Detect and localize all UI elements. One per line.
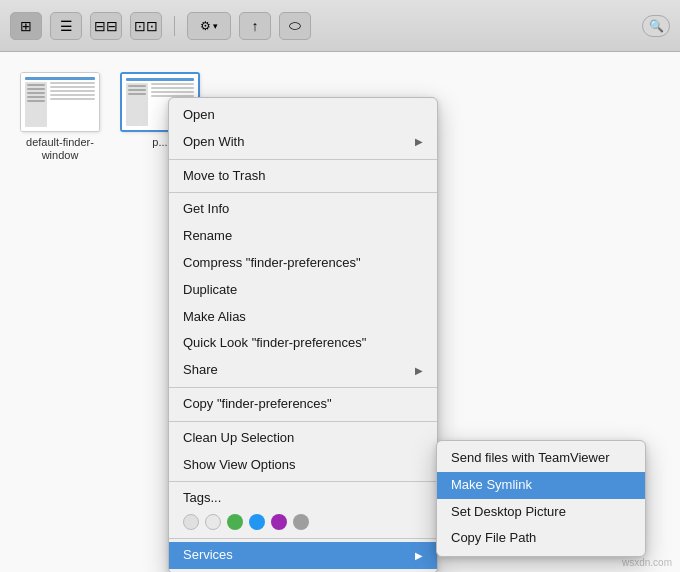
tag-dot-green[interactable] [227,514,243,530]
view-icon-columns[interactable]: ⊟⊟ [90,12,122,40]
separator-4 [169,421,437,422]
tags-section: Tags... [169,485,437,535]
menu-item-move-to-trash[interactable]: Move to Trash [169,163,437,190]
file-item-default-finder[interactable]: default-finder- window [20,72,100,162]
submenu-item-set-desktop[interactable]: Set Desktop Picture [437,499,645,526]
menu-item-services[interactable]: Services ▶ [169,542,437,569]
services-submenu: Send files with TeamViewer Make Symlink … [436,440,646,557]
menu-item-show-view-options[interactable]: Show View Options [169,452,437,479]
file-area: default-finder- window [0,52,680,572]
menu-item-open[interactable]: Open [169,102,437,129]
context-menu: Open Open With ▶ Move to Trash Get Info … [168,97,438,572]
tags-label[interactable]: Tags... [183,488,423,509]
menu-item-share[interactable]: Share ▶ [169,357,437,384]
toolbar-separator-1 [174,16,175,36]
view-icon-list[interactable]: ☰ [50,12,82,40]
submenu-item-send-teamviewer[interactable]: Send files with TeamViewer [437,445,645,472]
arrow-icon-share: ▶ [415,363,423,379]
toolbar: ⊞ ☰ ⊟⊟ ⊡⊡ ⚙ ▾ ↑ ⬭ 🔍 [0,0,680,52]
separator-2 [169,192,437,193]
file-label-2: p... [152,136,167,149]
finder-window: ⊞ ☰ ⊟⊟ ⊡⊡ ⚙ ▾ ↑ ⬭ 🔍 [0,0,680,572]
submenu-item-copy-file-path[interactable]: Copy File Path [437,525,645,552]
menu-item-clean-up[interactable]: Clean Up Selection [169,425,437,452]
menu-item-quick-look[interactable]: Quick Look "finder-preferences" [169,330,437,357]
menu-item-duplicate[interactable]: Duplicate [169,277,437,304]
arrow-icon-open-with: ▶ [415,134,423,150]
separator-1 [169,159,437,160]
file-label-1: default-finder- window [20,136,100,162]
file-thumbnail-1 [20,72,100,132]
share-button[interactable]: ↑ [239,12,271,40]
menu-item-copy[interactable]: Copy "finder-preferences" [169,391,437,418]
tag-button[interactable]: ⬭ [279,12,311,40]
view-icon-gallery[interactable]: ⊡⊡ [130,12,162,40]
tag-dot-purple[interactable] [271,514,287,530]
watermark: wsxdn.com [622,557,672,568]
submenu-item-make-symlink[interactable]: Make Symlink [437,472,645,499]
menu-item-compress[interactable]: Compress "finder-preferences" [169,250,437,277]
tag-dot-blue[interactable] [249,514,265,530]
action-button[interactable]: ⚙ ▾ [187,12,231,40]
menu-item-open-with[interactable]: Open With ▶ [169,129,437,156]
separator-6 [169,538,437,539]
tags-dots [183,514,423,530]
content-area: default-finder- window [0,52,680,572]
menu-item-rename[interactable]: Rename [169,223,437,250]
menu-item-get-info[interactable]: Get Info [169,196,437,223]
menu-item-make-alias[interactable]: Make Alias [169,304,437,331]
tag-dot-gray[interactable] [293,514,309,530]
separator-5 [169,481,437,482]
separator-3 [169,387,437,388]
tag-dot-none2[interactable] [205,514,221,530]
view-icon-grid[interactable]: ⊞ [10,12,42,40]
search-bar[interactable]: 🔍 [642,15,670,37]
tag-dot-none1[interactable] [183,514,199,530]
arrow-icon-services: ▶ [415,548,423,564]
